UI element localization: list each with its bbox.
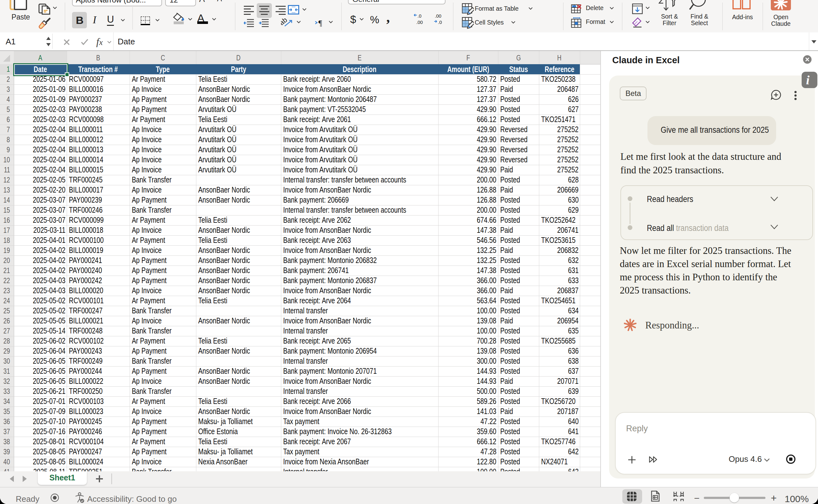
svg-text:¶: ¶ xyxy=(318,19,322,27)
svg-text:.00: .00 xyxy=(416,20,423,25)
svg-text:ab: ab xyxy=(281,17,289,27)
svg-text:.0: .0 xyxy=(417,13,422,19)
svg-text:.0: .0 xyxy=(438,20,442,25)
svg-text:.00: .00 xyxy=(435,13,441,19)
